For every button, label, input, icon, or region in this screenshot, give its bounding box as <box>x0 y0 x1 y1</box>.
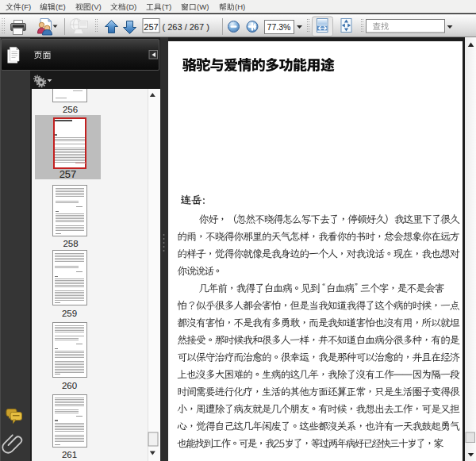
svg-text:(W): (W) <box>197 2 209 11</box>
svg-text:(T): (T) <box>162 2 171 11</box>
svg-text:256: 256 <box>63 105 78 114</box>
svg-text:260: 260 <box>62 381 77 390</box>
svg-text:(E): (E) <box>56 2 66 11</box>
svg-text:259: 259 <box>62 309 77 318</box>
svg-text:257: 257 <box>60 168 77 180</box>
svg-text:(V): (V) <box>91 2 102 11</box>
svg-text:(H): (H) <box>235 2 245 11</box>
svg-text:258: 258 <box>63 239 78 248</box>
svg-text:261: 261 <box>62 450 77 459</box>
svg-text:( 263 / 267 ): ( 263 / 267 ) <box>163 22 209 32</box>
svg-text:(F): (F) <box>21 2 31 11</box>
svg-text:257: 257 <box>144 22 158 32</box>
svg-text:77.3%: 77.3% <box>267 22 291 32</box>
svg-text:(D): (D) <box>126 2 136 11</box>
